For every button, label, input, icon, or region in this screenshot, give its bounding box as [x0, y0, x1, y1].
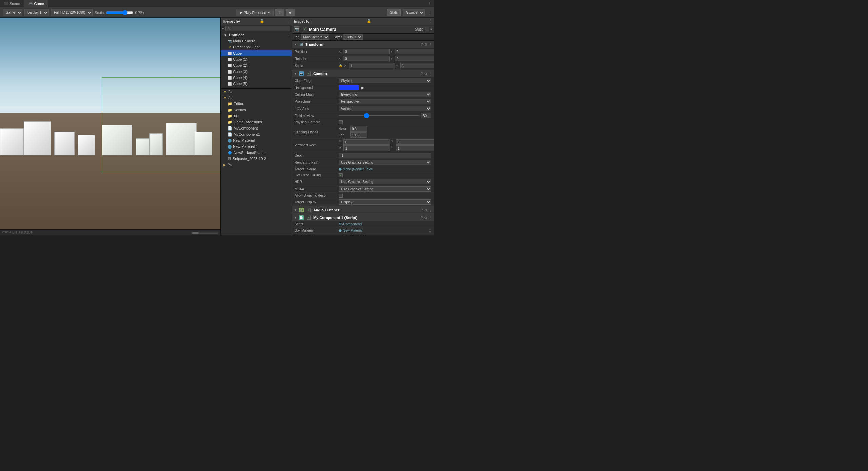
- background-expand-icon[interactable]: ▶: [361, 86, 364, 90]
- my-comp-settings-icon[interactable]: ⚙: [424, 216, 427, 220]
- editor-folder[interactable]: 📁 Editor: [221, 101, 292, 107]
- inspector-lock-icon[interactable]: 🔒: [367, 19, 371, 23]
- hierarchy-lock-icon[interactable]: 🔒: [260, 19, 264, 23]
- game-ext-folder[interactable]: 📁 GameExtensions: [221, 119, 292, 125]
- scroll-bar-bottom[interactable]: [191, 232, 218, 234]
- transform-actions[interactable]: ? ⚙ ⋮: [421, 43, 432, 46]
- tab-game[interactable]: 🎮 Game: [24, 0, 48, 7]
- camera-actions[interactable]: ? ⚙ ⋮: [421, 72, 432, 76]
- camera-header[interactable]: ▼ 📷 ✓ Camera ? ⚙ ⋮: [292, 70, 434, 77]
- rendering-path-select[interactable]: Use Graphics Setting: [339, 160, 431, 165]
- clear-flags-select[interactable]: Skybox: [339, 78, 431, 83]
- vp-x-field[interactable]: [343, 139, 390, 145]
- vp-h-field[interactable]: [396, 145, 434, 151]
- pos-x-field[interactable]: [343, 49, 390, 54]
- packages-folder[interactable]: ▶ Pa: [221, 162, 292, 168]
- occlusion-culling-checkbox[interactable]: ✓: [339, 173, 343, 177]
- audio-help-icon[interactable]: ?: [421, 208, 423, 212]
- camera-help-icon[interactable]: ?: [421, 72, 423, 76]
- hierarchy-search[interactable]: [225, 26, 290, 31]
- pause-button[interactable]: ⏸: [275, 9, 284, 16]
- allow-dynamic-checkbox[interactable]: [339, 194, 343, 198]
- depth-field[interactable]: [339, 153, 431, 158]
- scene-root[interactable]: ▼ Untitled* ⋮: [221, 32, 292, 38]
- static-dropdown-icon[interactable]: ▾: [430, 27, 432, 31]
- new-surface-shader-item[interactable]: 🔷 NewSurfaceShader: [221, 150, 292, 156]
- fov-slider[interactable]: [339, 115, 420, 116]
- target-display-select[interactable]: Display 1: [339, 199, 431, 205]
- audio-enabled-checkbox[interactable]: ✓: [307, 208, 311, 212]
- my-component1-folder[interactable]: 📄 MyComponent1: [221, 131, 292, 137]
- camera-menu-icon[interactable]: ⋮: [429, 72, 432, 76]
- projection-select[interactable]: Perspective: [339, 99, 431, 104]
- xr-folder[interactable]: 📁 XR: [221, 113, 292, 119]
- hierarchy-cube-3[interactable]: ⬜ Cube (3): [221, 68, 292, 75]
- scenes-folder[interactable]: 📁 Scenes: [221, 107, 292, 113]
- line-material-select-icon[interactable]: ⊙: [429, 235, 431, 235]
- tag-select[interactable]: MainCamera: [301, 34, 329, 40]
- fov-field[interactable]: [421, 113, 431, 118]
- audio-settings-icon[interactable]: ⚙: [424, 208, 427, 212]
- scale-y-field[interactable]: [400, 63, 434, 68]
- vp-y-field[interactable]: [396, 139, 434, 145]
- resolution-select[interactable]: Full HD (1920x1080): [51, 9, 93, 16]
- new-material-1-item[interactable]: ⬤ New Material 1: [221, 143, 292, 150]
- transform-help-icon[interactable]: ?: [421, 43, 423, 46]
- hierarchy-cube-1[interactable]: ⬜ Cube (1): [221, 56, 292, 62]
- my-comp-actions[interactable]: ? ⚙ ⋮: [421, 216, 432, 220]
- tab-scene[interactable]: ⬛ Scene: [0, 0, 24, 7]
- transform-settings-icon[interactable]: ⚙: [424, 43, 427, 46]
- stats-button[interactable]: Stats: [387, 9, 401, 16]
- toolbar-menu-icon[interactable]: ⋮: [427, 10, 431, 15]
- far-field[interactable]: [350, 132, 367, 138]
- culling-mask-select[interactable]: Everything: [339, 92, 431, 97]
- box-material-select-icon[interactable]: ⊙: [429, 229, 431, 232]
- my-component-header[interactable]: ▼ 📄 ✓ My Component 1 (Script) ? ⚙ ⋮: [292, 214, 434, 221]
- object-active-checkbox[interactable]: ✓: [303, 27, 307, 31]
- hierarchy-cube-4[interactable]: ⬜ Cube (4): [221, 75, 292, 81]
- hierarchy-main-camera[interactable]: 📷 Main Camera: [221, 38, 292, 44]
- static-checkbox[interactable]: [425, 27, 429, 31]
- hierarchy-menu-icon[interactable]: ⋮: [286, 19, 290, 23]
- toolbar-overflow[interactable]: ⋮: [428, 2, 434, 5]
- step-button[interactable]: ⏭: [286, 9, 295, 16]
- display-select[interactable]: Display 1: [24, 9, 49, 16]
- transform-header[interactable]: ▼ ⊞ Transform ? ⚙ ⋮: [292, 41, 434, 48]
- rot-y-field[interactable]: [395, 56, 434, 61]
- physical-camera-checkbox[interactable]: [339, 120, 343, 124]
- hierarchy-add-icon[interactable]: +: [222, 26, 224, 31]
- hierarchy-cube[interactable]: ⬜ Cube: [221, 50, 292, 56]
- audio-actions[interactable]: ? ⚙ ⋮: [421, 208, 432, 212]
- my-comp-enabled-checkbox[interactable]: ✓: [307, 216, 311, 220]
- object-icon[interactable]: 📷: [294, 26, 299, 32]
- play-focused-button[interactable]: ▶ Play Focused ▾: [236, 9, 274, 16]
- audio-menu-icon[interactable]: ⋮: [429, 208, 432, 212]
- scale-x-field[interactable]: [349, 63, 395, 68]
- scale-slider[interactable]: [106, 10, 133, 15]
- my-comp-help-icon[interactable]: ?: [421, 216, 423, 220]
- vp-w-field[interactable]: [343, 145, 390, 151]
- hdr-select[interactable]: Use Graphics Setting: [339, 179, 431, 184]
- scene-menu-icon[interactable]: ⋮: [287, 33, 290, 37]
- inspector-menu-icon[interactable]: ⋮: [428, 19, 432, 23]
- my-comp-menu-icon[interactable]: ⋮: [429, 216, 432, 220]
- camera-settings-icon[interactable]: ⚙: [424, 72, 427, 76]
- favorites-folder[interactable]: ▼ Fa: [221, 89, 292, 95]
- hierarchy-directional-light[interactable]: ☀ Directional Light: [221, 44, 292, 50]
- new-material-item[interactable]: ⬤ New Material: [221, 137, 292, 143]
- game-viewport[interactable]: [0, 18, 220, 229]
- pos-y-field[interactable]: [395, 49, 434, 54]
- msaa-select[interactable]: Use Graphics Setting: [339, 186, 431, 192]
- hierarchy-cube-5[interactable]: ⬜ Cube (5): [221, 81, 292, 87]
- transform-menu-icon[interactable]: ⋮: [429, 43, 432, 46]
- fov-axis-select[interactable]: Vertical: [339, 106, 431, 111]
- hierarchy-cube-2[interactable]: ⬜ Cube (2): [221, 62, 292, 68]
- my-component-folder[interactable]: 📄 MyComponent: [221, 125, 292, 131]
- background-color-swatch[interactable]: [339, 85, 359, 90]
- game-select[interactable]: Game: [3, 9, 22, 16]
- camera-enabled-checkbox[interactable]: ✓: [307, 72, 311, 76]
- audio-listener-header[interactable]: ▼ 🎧 ✓ Audio Listener ? ⚙ ⋮: [292, 206, 434, 214]
- assets-folder[interactable]: ▼ As: [221, 95, 292, 101]
- layer-select[interactable]: Default: [343, 34, 363, 40]
- gizmos-select[interactable]: Gizmos: [403, 9, 425, 16]
